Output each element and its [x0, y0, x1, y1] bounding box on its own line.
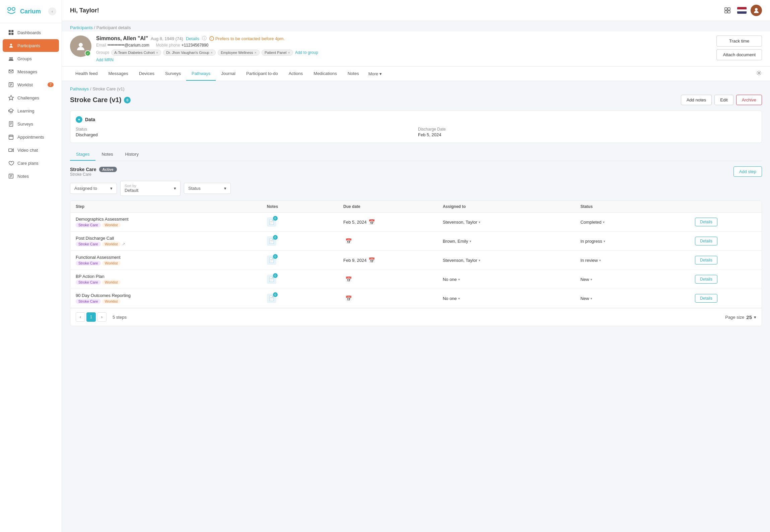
- alert-icon: !: [209, 36, 214, 41]
- sidebar-item-notes[interactable]: Notes: [3, 170, 59, 182]
- assigned-dropdown-1[interactable]: ▾: [470, 239, 471, 243]
- page-1-button[interactable]: 1: [86, 312, 96, 322]
- tag-stroke-care-1: Stroke Care: [76, 242, 101, 246]
- add-notes-button[interactable]: Add notes: [681, 95, 712, 105]
- status-filter[interactable]: Status ▾: [184, 183, 231, 194]
- data-section: ▼ Data Status Discharged Discharge Date …: [70, 110, 762, 143]
- stages-tab-history[interactable]: History: [119, 148, 144, 161]
- sort-by-filter[interactable]: Sort by Default ▾: [120, 181, 181, 196]
- sidebar-item-messages[interactable]: Messages: [3, 65, 59, 78]
- status-dropdown-0[interactable]: ▾: [603, 220, 605, 224]
- assigned-dropdown-2[interactable]: ▾: [479, 258, 480, 262]
- svg-rect-2: [9, 30, 11, 32]
- calendar-icon-3[interactable]: 📅: [345, 276, 352, 283]
- group-remove-1[interactable]: ×: [211, 51, 213, 55]
- pathway-title: Stroke Care (v1) 0: [70, 96, 131, 104]
- status-dropdown-3[interactable]: ▾: [590, 278, 592, 281]
- pathway-breadcrumb-root[interactable]: Pathways: [70, 86, 89, 91]
- group-remove-0[interactable]: ×: [156, 51, 158, 55]
- sidebar-item-careplans[interactable]: Care plans: [3, 157, 59, 169]
- assigned-cell-3: No one ▾: [443, 277, 580, 282]
- sidebar-item-worklist[interactable]: Worklist 7: [3, 78, 59, 91]
- assigned-to-filter[interactable]: Assigned to ▾: [70, 183, 117, 194]
- details-button-3[interactable]: Details: [695, 275, 717, 284]
- sidebar-item-videochat[interactable]: Video chat: [3, 144, 59, 156]
- sidebar-item-surveys[interactable]: Surveys: [3, 118, 59, 130]
- language-flag[interactable]: [737, 7, 747, 14]
- tab-more[interactable]: More ▾: [364, 67, 386, 80]
- settings-icon-button[interactable]: [722, 5, 733, 16]
- discharge-date-value: Feb 5, 2024: [418, 132, 756, 137]
- next-page-button[interactable]: ›: [97, 312, 107, 322]
- status-cell-2: In review ▾: [580, 258, 695, 263]
- svg-point-19: [755, 8, 758, 11]
- track-time-button[interactable]: Track time: [716, 35, 762, 47]
- archive-button[interactable]: Archive: [736, 95, 762, 105]
- add-to-group-link[interactable]: Add to group: [295, 50, 318, 55]
- breadcrumb-participants-link[interactable]: Participants: [70, 25, 93, 30]
- tab-journal[interactable]: Journal: [216, 67, 241, 81]
- pathway-count-badge: 0: [124, 97, 131, 103]
- user-avatar[interactable]: [751, 5, 762, 16]
- assigned-dropdown-3[interactable]: ▾: [458, 278, 460, 281]
- sidebar-item-participants[interactable]: Participants: [3, 39, 59, 52]
- tab-medications[interactable]: Medications: [308, 67, 342, 81]
- notes-icon-1[interactable]: 📄 0: [267, 236, 276, 246]
- status-dropdown-2[interactable]: ▾: [599, 258, 601, 262]
- calendar-icon-2[interactable]: 📅: [368, 257, 375, 263]
- stages-tab-notes[interactable]: Notes: [95, 148, 119, 161]
- details-button-1[interactable]: Details: [695, 237, 717, 245]
- tab-surveys[interactable]: Surveys: [160, 67, 186, 81]
- sidebar-item-challenges[interactable]: Challenges: [3, 91, 59, 104]
- group-tag-2: Employee Wellness ×: [218, 50, 260, 56]
- step-name-cell-1: Post Discharge Call Stroke Care Worklist…: [76, 236, 267, 246]
- external-link-icon-1[interactable]: ↗: [122, 242, 125, 246]
- assigned-dropdown-0[interactable]: ▾: [479, 220, 480, 224]
- status-dropdown-1[interactable]: ▾: [604, 239, 605, 243]
- breadcrumb-current: Participant details: [96, 25, 131, 30]
- tab-devices[interactable]: Devices: [134, 67, 160, 81]
- add-step-button[interactable]: Add step: [733, 166, 762, 177]
- sidebar-label-groups: Groups: [17, 56, 32, 61]
- group-remove-3[interactable]: ×: [288, 51, 290, 55]
- details-button-4[interactable]: Details: [695, 294, 717, 303]
- data-section-header[interactable]: ▼ Data: [76, 116, 756, 123]
- stages-tab-stages[interactable]: Stages: [70, 148, 95, 161]
- calendar-icon-0[interactable]: 📅: [368, 219, 375, 225]
- sidebar-label-challenges: Challenges: [17, 95, 39, 100]
- details-button-2[interactable]: Details: [695, 256, 717, 264]
- tab-notes[interactable]: Notes: [342, 67, 364, 81]
- sidebar-item-dashboards[interactable]: Dashboards: [3, 26, 59, 39]
- participant-details-link[interactable]: Details: [186, 36, 199, 41]
- status-dropdown-4[interactable]: ▾: [590, 297, 592, 300]
- attach-document-button[interactable]: Attach document: [716, 49, 762, 60]
- page-size-selector[interactable]: Page size 25 ▾: [725, 314, 756, 320]
- notes-icon-2[interactable]: 📄 0: [267, 255, 276, 265]
- tab-messages[interactable]: Messages: [103, 67, 134, 81]
- assigned-dropdown-4[interactable]: ▾: [458, 297, 460, 300]
- tab-participant-todo[interactable]: Participant to-do: [241, 67, 283, 81]
- prev-page-button[interactable]: ‹: [76, 312, 85, 322]
- tab-health-feed[interactable]: Health feed: [70, 67, 103, 81]
- notes-icon-3[interactable]: 📄 0: [267, 275, 276, 284]
- calendar-icon-4[interactable]: 📅: [345, 295, 352, 302]
- calendar-icon-1[interactable]: 📅: [345, 238, 352, 244]
- tag-worklist-4: Worklist: [102, 299, 121, 304]
- action-cell-1: Details: [695, 237, 756, 245]
- details-button-0[interactable]: Details: [695, 218, 717, 226]
- add-mrn-link[interactable]: Add MRN: [96, 58, 114, 62]
- tab-pathways[interactable]: Pathways: [186, 67, 216, 81]
- action-cell-0: Details: [695, 218, 756, 226]
- group-remove-2[interactable]: ×: [255, 51, 257, 55]
- notes-icon-0[interactable]: 📄 0: [267, 217, 276, 227]
- tab-settings-icon[interactable]: [756, 67, 762, 81]
- edit-button[interactable]: Edit: [714, 95, 733, 105]
- appointments-icon: [8, 134, 14, 140]
- sidebar-item-appointments[interactable]: Appointments: [3, 131, 59, 143]
- notes-icon-4[interactable]: 📄 0: [267, 294, 276, 303]
- challenges-icon: [8, 95, 14, 101]
- tab-actions[interactable]: Actions: [283, 67, 308, 81]
- sidebar-collapse-button[interactable]: ‹: [48, 7, 56, 15]
- sidebar-item-groups[interactable]: Groups: [3, 52, 59, 65]
- sidebar-item-learning[interactable]: Learning: [3, 104, 59, 117]
